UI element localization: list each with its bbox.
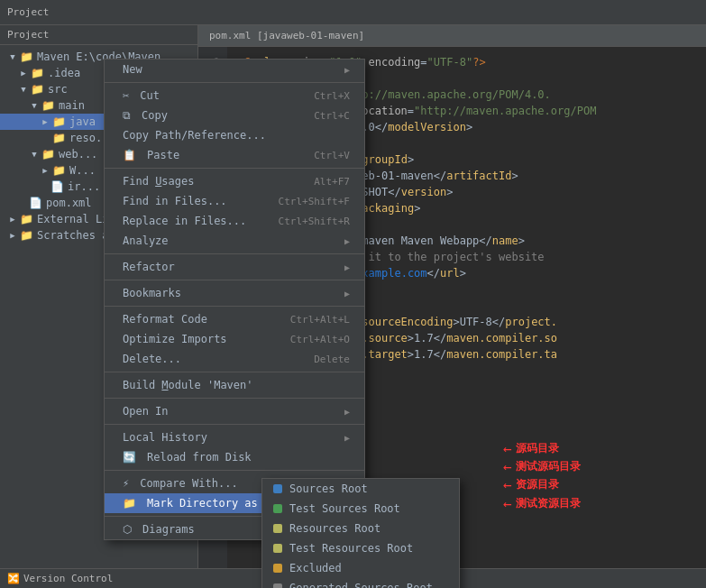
expand-arrow: ▶ [40,116,50,127]
menu-label: Build Module 'Maven' [123,379,253,391]
excluded-dot [273,564,282,573]
menu-label: Delete... [123,353,181,365]
expand-arrow: ▶ [40,165,50,176]
menu-separator [105,253,364,254]
reload-icon: 🔄 [123,451,136,464]
expand-arrow: ▼ [18,84,29,95]
sources-root-dot [273,484,282,493]
menu-shortcut: Ctrl+Shift+R [279,216,350,227]
menu-item-cut[interactable]: ✂ Cut Ctrl+X [105,86,364,106]
annotation-test-sources: ← 测试源码目录 [503,458,581,475]
context-menu: New ▶ ✂ Cut Ctrl+X ⧉ Copy Ctrl+C Copy Pa… [104,59,365,540]
submenu-item-test-resources-root[interactable]: Test Resources Root [262,538,459,558]
menu-shortcut: Ctrl+Shift+F [279,196,350,207]
cut-icon: ✂ [123,89,129,102]
tree-label: src [48,83,68,96]
menu-separator [105,168,364,169]
menu-item-refactor[interactable]: Refactor ▶ [105,257,364,277]
expand-arrow: ▶ [7,214,18,225]
annotation-test-resources: ← 测试资源目录 [503,495,581,512]
paste-icon: 📋 [123,149,136,161]
tab-label: pom.xml [javaweb-01-maven] [209,30,364,41]
submenu-item-sources-root[interactable]: Sources Root [262,479,459,499]
menu-item-copy[interactable]: ⧉ Copy Ctrl+C [105,106,364,125]
submenu-arrow: ▶ [344,433,350,443]
generated-sources-dot [273,583,282,588]
menu-label: Replace in Files... [123,215,246,227]
editor-tab[interactable]: pom.xml [javaweb-01-maven] [198,25,706,47]
menu-label: Copy [142,109,168,122]
mark-dir-submenu: Sources Root Test Sources Root Resources… [261,478,460,588]
sources-folder-icon: 📁 [52,115,66,128]
annotation-arrow-resources: ← [503,476,512,493]
menu-shortcut: Delete [314,354,350,365]
menu-item-reload[interactable]: 🔄 Reload from Disk [105,447,364,467]
annotation-sources: ← 源码目录 [503,440,559,457]
top-bar-title: Project [7,6,49,18]
xml-icon: 📄 [29,197,42,209]
menu-label: Optimize Imports [123,333,227,345]
submenu-label: Resources Root [289,522,381,535]
menu-label: Paste [147,149,179,161]
tree-label: .idea [48,67,80,79]
menu-label: Analyze [123,234,169,247]
expand-arrow: ▶ [18,68,29,78]
menu-item-new[interactable]: New ▶ [105,60,364,79]
submenu-arrow: ▶ [344,262,350,272]
test-resources-root-dot [273,544,282,553]
menu-item-replace-files[interactable]: Replace in Files... Ctrl+Shift+R [105,211,364,231]
folder-icon: 📁 [52,132,66,144]
menu-separator [105,424,364,425]
submenu-arrow: ▶ [344,289,350,299]
menu-separator [105,398,364,399]
version-control-item[interactable]: 🔀 Version Control [7,573,113,584]
menu-shortcut: Ctrl+V [314,150,350,161]
menu-label: Reformat Code [123,313,207,326]
menu-item-delete[interactable]: Delete... Delete [105,349,364,369]
menu-separator [105,372,364,372]
menu-label: Find Usages [123,175,194,188]
resources-root-dot [273,524,282,533]
menu-item-find-files[interactable]: Find in Files... Ctrl+Shift+F [105,191,364,211]
menu-shortcut: Ctrl+Alt+O [290,334,350,345]
folder-icon: 📁 [41,148,55,161]
menu-item-analyze[interactable]: Analyze ▶ [105,231,364,251]
submenu-item-resources-root[interactable]: Resources Root [262,519,459,538]
submenu-label: Test Sources Root [289,502,400,515]
menu-label: Cut [140,89,160,102]
menu-label: Compare With... [140,477,237,490]
folder-icon: 📁 [31,67,44,79]
submenu-label: Excluded [289,562,342,574]
expand-arrow: ▶ [7,230,18,241]
folder-icon: 📁 [52,164,66,177]
menu-separator [105,470,364,471]
submenu-item-generated-sources[interactable]: Generated Sources Root [262,578,459,588]
submenu-arrow: ▶ [344,65,350,75]
menu-separator [105,306,364,307]
folder-icon: 📁 [41,99,55,112]
submenu-item-test-sources-root[interactable]: Test Sources Root [262,499,459,519]
menu-item-reformat[interactable]: Reformat Code Ctrl+Alt+L [105,309,364,329]
menu-item-find-usages[interactable]: Find Usages Alt+F7 [105,171,364,191]
tree-label: W... [69,164,96,177]
submenu-label: Test Resources Root [289,542,413,555]
menu-item-copy-path[interactable]: Copy Path/Reference... [105,125,364,145]
menu-item-bookmarks[interactable]: Bookmarks ▶ [105,283,364,303]
copy-icon: ⧉ [123,109,131,122]
menu-item-build[interactable]: Build Module 'Maven' [105,375,364,395]
menu-label: Copy Path/Reference... [123,129,266,142]
expand-arrow: ▼ [29,149,40,160]
menu-label: Refactor [123,261,175,273]
menu-item-open-in[interactable]: Open In ▶ [105,401,364,421]
project-icon: 📁 [20,51,33,63]
expand-arrow [40,133,50,143]
menu-item-local-history[interactable]: Local History ▶ [105,427,364,447]
menu-item-paste[interactable]: 📋 Paste Ctrl+V [105,145,364,165]
diagrams-icon: ⬡ [123,523,132,536]
submenu-item-excluded[interactable]: Excluded [262,558,459,578]
submenu-label: Generated Sources Root [289,582,433,588]
menu-item-optimize[interactable]: Optimize Imports Ctrl+Alt+O [105,329,364,349]
expand-arrow: ▼ [7,51,18,62]
submenu-arrow: ▶ [344,407,350,417]
menu-shortcut: Alt+F7 [314,176,350,188]
